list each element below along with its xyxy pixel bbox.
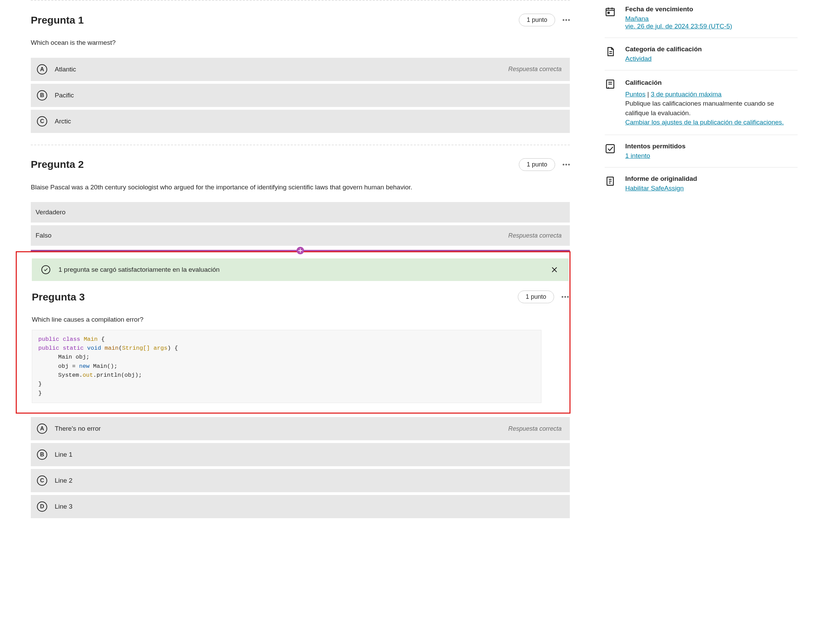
max-score-link[interactable]: 3 de puntuación máxima: [651, 90, 722, 98]
sidebar: Fecha de vencimiento Mañana vie. 26 de j…: [602, 0, 800, 203]
option-letter: B: [37, 450, 47, 460]
sidebar-heading: Categoría de calificación: [625, 46, 798, 53]
option-label: Verdadero: [35, 208, 561, 216]
sidebar-heading: Intentos permitidos: [625, 142, 798, 150]
question-text: Which ocean is the warmest?: [31, 38, 570, 47]
correct-answer-label: Respuesta correcta: [508, 66, 561, 73]
option-a[interactable]: A There's no error Respuesta correcta: [31, 417, 570, 440]
svg-rect-2: [606, 9, 614, 16]
main-content: Pregunta 1 1 punto Which ocean is the wa…: [0, 0, 585, 528]
points-badge[interactable]: 1 punto: [519, 158, 555, 171]
question-title: Pregunta 2: [31, 159, 84, 170]
option-letter: A: [37, 424, 47, 434]
question-title: Pregunta 3: [32, 291, 85, 303]
option-true[interactable]: Verdadero: [31, 202, 570, 223]
grade-category-link[interactable]: Actividad: [625, 55, 652, 62]
points-link[interactable]: Puntos: [625, 90, 646, 98]
question-text: Which line causes a compilation error?: [32, 315, 569, 324]
option-b[interactable]: B Pacific: [31, 84, 570, 107]
report-icon: [605, 175, 617, 192]
option-label: Line 1: [55, 451, 561, 458]
option-label: Arctic: [55, 118, 561, 125]
sidebar-heading: Fecha de vencimiento: [625, 6, 798, 13]
option-letter: C: [37, 116, 47, 127]
svg-marker-12: [607, 87, 609, 89]
option-c[interactable]: C Line 2: [31, 469, 570, 492]
code-block: public class Main { public static void m…: [32, 330, 541, 403]
highlighted-region: 1 pregunta se cargó satisfactoriamente e…: [16, 251, 571, 414]
option-letter: C: [37, 476, 47, 486]
option-label: Falso: [35, 232, 501, 239]
success-banner: 1 pregunta se cargó satisfactoriamente e…: [32, 259, 569, 281]
close-icon[interactable]: [550, 265, 559, 274]
document-icon: [605, 46, 617, 63]
question-title: Pregunta 1: [31, 14, 84, 26]
due-date-link[interactable]: Mañana: [625, 15, 649, 22]
option-label: There's no error: [55, 425, 501, 432]
more-icon[interactable]: [563, 19, 570, 21]
option-label: Pacific: [55, 92, 561, 99]
more-icon[interactable]: [563, 164, 570, 165]
option-b[interactable]: B Line 1: [31, 443, 570, 466]
question-2: Pregunta 2 1 punto Blaise Pascal was a 2…: [31, 158, 570, 246]
change-grade-settings-link[interactable]: Cambiar los ajustes de la publicación de…: [625, 119, 784, 126]
grade-note: Publique las calificaciones manualmente …: [625, 99, 798, 118]
svg-rect-6: [608, 12, 609, 13]
option-c[interactable]: C Arctic: [31, 110, 570, 133]
checkbox-icon: [605, 142, 617, 160]
option-a[interactable]: A Atlantic Respuesta correcta: [31, 58, 570, 81]
add-question-icon[interactable]: [296, 247, 304, 254]
option-letter: A: [37, 64, 47, 75]
sidebar-heading: Informe de originalidad: [625, 175, 798, 182]
option-label: Line 3: [55, 503, 561, 510]
more-icon[interactable]: [561, 296, 569, 298]
sidebar-heading: Calificación: [625, 78, 798, 87]
question-text: Blaise Pascal was a 20th century sociolo…: [31, 182, 570, 192]
option-label: Line 2: [55, 477, 561, 484]
option-letter: D: [37, 502, 47, 512]
points-badge[interactable]: 1 punto: [518, 291, 554, 303]
option-false[interactable]: Falso Respuesta correcta: [31, 225, 570, 246]
option-letter: B: [37, 90, 47, 101]
points-badge[interactable]: 1 punto: [519, 14, 555, 26]
svg-rect-13: [606, 145, 614, 153]
insert-divider[interactable]: [31, 250, 570, 251]
question-1: Pregunta 1 1 punto Which ocean is the wa…: [31, 14, 570, 133]
calendar-icon: [605, 6, 617, 30]
option-label: Atlantic: [55, 66, 501, 73]
option-d[interactable]: D Line 3: [31, 495, 570, 518]
banner-text: 1 pregunta se cargó satisfactoriamente e…: [58, 266, 219, 274]
correct-answer-label: Respuesta correcta: [508, 425, 561, 432]
due-date-time-link[interactable]: vie. 26 de jul. de 2024 23:59 (UTC-5): [625, 23, 732, 30]
safeassign-link[interactable]: Habilitar SafeAssign: [625, 185, 684, 192]
grade-icon: [605, 78, 617, 127]
correct-answer-label: Respuesta correcta: [508, 232, 561, 239]
divider: [31, 0, 570, 1]
attempts-link[interactable]: 1 intento: [625, 152, 650, 159]
check-circle-icon: [41, 265, 50, 274]
divider: [31, 145, 570, 145]
